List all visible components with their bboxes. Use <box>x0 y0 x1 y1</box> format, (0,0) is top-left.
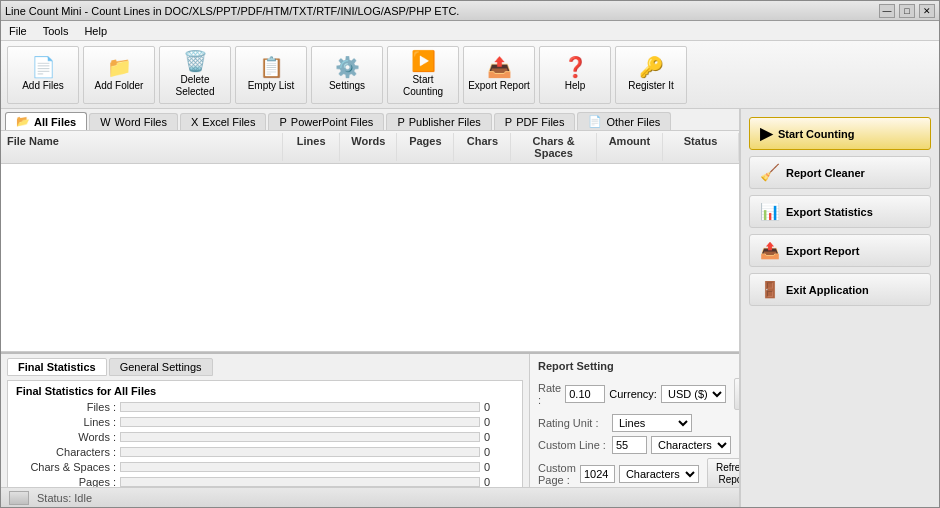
title-bar-title: Line Count Mini - Count Lines in DOC/XLS… <box>5 5 459 17</box>
custom-line-input[interactable] <box>612 436 647 454</box>
custom-page-unit-select[interactable]: Characters Words <box>619 465 699 483</box>
rate-input[interactable] <box>565 385 605 403</box>
help-button[interactable]: ❓ Help <box>539 46 611 104</box>
add-files-icon: 📄 <box>31 57 56 77</box>
start-counting-action-icon: ▶ <box>760 124 772 143</box>
start-counting-button[interactable]: ▶️ Start Counting <box>387 46 459 104</box>
custom-line-label: Custom Line : <box>538 439 608 451</box>
menu-help[interactable]: Help <box>80 24 111 38</box>
empty-list-button[interactable]: 📋 Empty List <box>235 46 307 104</box>
empty-list-icon: 📋 <box>259 57 284 77</box>
file-list-area: File Name Lines Words Pages Chars Chars … <box>1 131 739 352</box>
stat-label-lines: Lines : <box>16 416 116 428</box>
tab-publisher-files[interactable]: P Publisher Files <box>386 113 491 130</box>
stat-bar-lines <box>120 417 480 427</box>
title-bar-controls: — □ ✕ <box>879 4 935 18</box>
export-report-action-label: Export Report <box>786 245 859 257</box>
tab-other-files-label: Other Files <box>606 116 660 128</box>
col-header-amount: Amount <box>597 133 663 161</box>
rating-unit-row: Rating Unit : Lines Words Pages Characte… <box>538 414 731 432</box>
restore-button[interactable]: □ <box>899 4 915 18</box>
stats-title: Final Statistics for All Files <box>16 385 514 397</box>
exit-application-label: Exit Application <box>786 284 869 296</box>
main-window: Line Count Mini - Count Lines in DOC/XLS… <box>0 0 940 508</box>
toolbar: 📄 Add Files 📁 Add Folder 🗑️ Delete Selec… <box>1 41 939 109</box>
report-settings-title: Report Setting <box>538 360 731 372</box>
tab-all-files-label: All Files <box>34 116 76 128</box>
tab-pdf-files[interactable]: P PDF Files <box>494 113 576 130</box>
stat-bar-pages <box>120 477 480 487</box>
tab-pdf-label: PDF Files <box>516 116 564 128</box>
rating-unit-select[interactable]: Lines Words Pages Characters <box>612 414 692 432</box>
custom-page-input[interactable] <box>580 465 615 483</box>
stat-bar-files <box>120 402 480 412</box>
tab-powerpoint-label: PowerPoint Files <box>291 116 374 128</box>
all-files-icon: 📂 <box>16 115 30 128</box>
start-counting-action-label: Start Counting <box>778 128 854 140</box>
delete-selected-icon: 🗑️ <box>183 51 208 71</box>
settings-button[interactable]: ⚙️ Settings <box>311 46 383 104</box>
stat-row-chars-spaces: Chars & Spaces : 0 <box>16 461 514 473</box>
stat-label-chars: Characters : <box>16 446 116 458</box>
stats-left: Final Statistics General Settings Final … <box>1 354 529 487</box>
action-export-statistics-button[interactable]: 📊 Export Statistics <box>749 195 931 228</box>
export-report-button[interactable]: 📤 Export Report <box>463 46 535 104</box>
add-files-button[interactable]: 📄 Add Files <box>7 46 79 104</box>
menu-tools[interactable]: Tools <box>39 24 73 38</box>
custom-line-unit-select[interactable]: Characters Words <box>651 436 731 454</box>
tab-publisher-label: Publisher Files <box>409 116 481 128</box>
col-header-status: Status <box>663 133 739 161</box>
action-report-cleaner-button[interactable]: 🧹 Report Cleaner <box>749 156 931 189</box>
menu-file[interactable]: File <box>5 24 31 38</box>
stat-row-words: Words : 0 <box>16 431 514 443</box>
status-indicator <box>9 491 29 505</box>
stat-value-chars-spaces: 0 <box>484 461 514 473</box>
tab-excel-files[interactable]: X Excel Files <box>180 113 267 130</box>
tabs-row: 📂 All Files W Word Files X Excel Files P… <box>1 109 739 131</box>
bottom-section: Final Statistics General Settings Final … <box>1 352 739 487</box>
col-header-words: Words <box>340 133 397 161</box>
bottom-tab-general-settings[interactable]: General Settings <box>109 358 213 376</box>
refresh-report-button[interactable]: RefreshReport <box>707 458 739 490</box>
col-header-chars-spaces: Chars & Spaces <box>511 133 596 161</box>
report-cleaner-label: Report Cleaner <box>786 167 865 179</box>
excel-files-icon: X <box>191 116 198 128</box>
bottom-tab-final-stats[interactable]: Final Statistics <box>7 358 107 376</box>
bottom-tabs: Final Statistics General Settings <box>7 358 523 376</box>
stat-label-chars-spaces: Chars & Spaces : <box>16 461 116 473</box>
rate-row: Rate : Currency: USD ($) EUR (€) GBP (£)… <box>538 378 731 410</box>
file-table-body[interactable] <box>1 164 739 352</box>
action-export-report-button[interactable]: 📤 Export Report <box>749 234 931 267</box>
add-folder-button[interactable]: 📁 Add Folder <box>83 46 155 104</box>
action-exit-application-button[interactable]: 🚪 Exit Application <box>749 273 931 306</box>
minimize-button[interactable]: — <box>879 4 895 18</box>
currency-select[interactable]: USD ($) EUR (€) GBP (£) <box>661 385 726 403</box>
status-text: Status: Idle <box>37 492 92 504</box>
tab-all-files[interactable]: 📂 All Files <box>5 112 87 130</box>
status-bar: Status: Idle <box>1 487 739 507</box>
powerpoint-icon: P <box>279 116 286 128</box>
tab-powerpoint-files[interactable]: P PowerPoint Files <box>268 113 384 130</box>
stat-label-files: Files : <box>16 401 116 413</box>
settings-icon: ⚙️ <box>335 57 360 77</box>
publisher-icon: P <box>397 116 404 128</box>
col-header-pages: Pages <box>397 133 454 161</box>
col-header-chars: Chars <box>454 133 511 161</box>
stat-label-words: Words : <box>16 431 116 443</box>
stat-row-chars: Characters : 0 <box>16 446 514 458</box>
tab-word-files[interactable]: W Word Files <box>89 113 178 130</box>
action-start-counting-button[interactable]: ▶ Start Counting <box>749 117 931 150</box>
stat-bar-chars-spaces <box>120 462 480 472</box>
close-button[interactable]: ✕ <box>919 4 935 18</box>
register-icon: 🔑 <box>639 57 664 77</box>
report-cleaner-icon: 🧹 <box>760 163 780 182</box>
currency-label: Currency: <box>609 388 657 400</box>
delete-selected-button[interactable]: 🗑️ Delete Selected <box>159 46 231 104</box>
word-files-icon: W <box>100 116 110 128</box>
register-button[interactable]: 🔑 Register It <box>615 46 687 104</box>
tab-other-files[interactable]: 📄 Other Files <box>577 112 671 130</box>
start-counting-label: Start Counting <box>392 74 454 98</box>
empty-list-label: Empty List <box>248 80 295 92</box>
export-report-icon: 📤 <box>487 57 512 77</box>
export-statistics-label: Export Statistics <box>786 206 873 218</box>
